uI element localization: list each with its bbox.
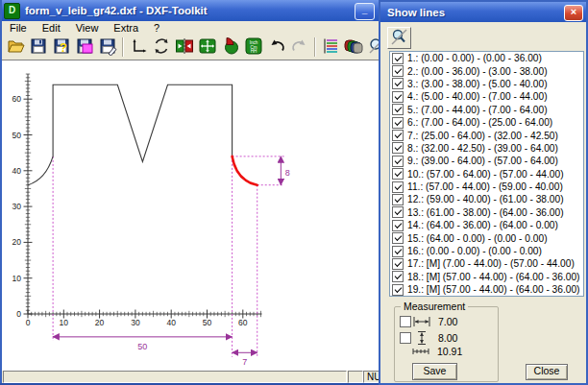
- line-checkbox[interactable]: [392, 91, 404, 103]
- save-pen-icon: [98, 36, 117, 58]
- units-button[interactable]: InchCmHH: [242, 36, 265, 59]
- minimize-button[interactable]: _: [355, 3, 375, 20]
- list-item[interactable]: 14.: (64.00 - 36.00) - (64.00 - 0.00): [390, 219, 583, 231]
- open-button[interactable]: [4, 36, 27, 59]
- line-checkbox[interactable]: [392, 246, 404, 257]
- list-item[interactable]: 19.: [M] (57.00 - 44.00) - (64.00 - 36.0…: [390, 283, 583, 296]
- list-item[interactable]: 3.: (3.00 - 38.00) - (5.00 - 40.00): [390, 78, 583, 90]
- mirror-horizontal-button[interactable]: [173, 36, 196, 59]
- line-label: 3.: (3.00 - 38.00) - (5.00 - 40.00): [407, 79, 548, 89]
- line-checkbox[interactable]: [392, 271, 404, 282]
- list-item[interactable]: 2.: (0.00 - 36.00) - (3.00 - 38.00): [390, 64, 583, 77]
- svg-text:40: 40: [12, 166, 22, 176]
- line-label: 13.: (61.00 - 38.00) - (64.00 - 36.00): [407, 207, 564, 218]
- axis-button[interactable]: [127, 36, 150, 59]
- line-checkbox[interactable]: [392, 284, 404, 296]
- menu-extra[interactable]: Extra: [106, 22, 146, 34]
- menu-edit[interactable]: Edit: [35, 22, 68, 34]
- save-edit-button[interactable]: [96, 36, 119, 59]
- height-measure-checkbox[interactable]: [400, 332, 411, 344]
- line-checkbox[interactable]: [392, 258, 404, 270]
- save-selection-button[interactable]: [73, 36, 96, 59]
- list-item[interactable]: 8.: (32.00 - 42.50) - (39.00 - 64.00): [390, 142, 583, 155]
- line-label: 17.: [M] (7.00 - 44.00) - (57.00 - 44.00…: [407, 258, 575, 269]
- svg-text:40: 40: [166, 318, 176, 327]
- line-checkbox[interactable]: [392, 65, 404, 77]
- menu-view[interactable]: View: [68, 22, 107, 34]
- measurement-row: 7.00: [400, 316, 457, 327]
- menu-help[interactable]: ?: [146, 22, 167, 34]
- pie-button[interactable]: [219, 36, 242, 59]
- save-icon: [29, 36, 48, 58]
- line-label: 9.: (39.00 - 64.00) - (57.00 - 64.00): [407, 156, 558, 166]
- list-item[interactable]: 17.: [M] (7.00 - 44.00) - (57.00 - 44.00…: [390, 257, 583, 270]
- svg-text:20: 20: [12, 237, 22, 247]
- redo-button[interactable]: [288, 36, 311, 59]
- svg-text:10: 10: [12, 274, 22, 283]
- lines-list[interactable]: 1.: (0.00 - 0.00) - (0.00 - 36.00)2.: (0…: [389, 51, 584, 297]
- line-checkbox[interactable]: [392, 232, 404, 244]
- save-button[interactable]: [27, 36, 50, 59]
- ruler-length-icon: [410, 348, 431, 355]
- pattern-outline: [28, 84, 233, 184]
- dialog-title: Show lines: [387, 7, 445, 18]
- line-checkbox[interactable]: [392, 156, 404, 167]
- list-item[interactable]: 6.: (7.00 - 64.00) - (25.00 - 64.00): [390, 116, 583, 129]
- measure-tool-button[interactable]: [387, 27, 411, 49]
- show-lines-button[interactable]: [319, 36, 342, 59]
- list-item[interactable]: 9.: (39.00 - 64.00) - (57.00 - 64.00): [390, 155, 583, 167]
- move-cross-icon: [198, 36, 217, 58]
- highlighted-line: [233, 156, 257, 185]
- width-measure-value: 7.00: [438, 316, 457, 327]
- list-item[interactable]: 7.: (25.00 - 64.00) - (32.00 - 42.50): [390, 129, 583, 141]
- list-item[interactable]: 5.: (7.00 - 44.00) - (7.00 - 64.00): [390, 104, 583, 116]
- show-lines-icon: [321, 36, 340, 58]
- line-label: 2.: (0.00 - 36.00) - (3.00 - 38.00): [407, 66, 548, 77]
- line-checkbox[interactable]: [392, 142, 404, 154]
- line-checkbox[interactable]: [392, 181, 404, 193]
- undo-button[interactable]: [265, 36, 288, 59]
- line-checkbox[interactable]: [392, 206, 404, 218]
- close-button[interactable]: Close: [526, 364, 568, 380]
- save-as-button[interactable]: ?: [50, 36, 73, 59]
- save-button[interactable]: Save: [412, 363, 457, 380]
- line-checkbox[interactable]: [392, 104, 404, 115]
- toolbar-separator: [314, 37, 316, 57]
- list-item[interactable]: 11.: (57.00 - 44.00) - (59.00 - 40.00): [390, 180, 583, 193]
- svg-text:0: 0: [26, 318, 31, 327]
- horizontal-extent-icon: [411, 316, 432, 327]
- list-item[interactable]: 10.: (57.00 - 64.00) - (57.00 - 44.00): [390, 168, 583, 180]
- layers-button[interactable]: [342, 36, 365, 59]
- line-checkbox[interactable]: [392, 78, 404, 89]
- line-checkbox[interactable]: [392, 168, 404, 180]
- line-checkbox[interactable]: [392, 220, 404, 231]
- menu-file[interactable]: File: [2, 22, 35, 34]
- status-message-pane: [3, 371, 347, 383]
- list-item[interactable]: 1.: (0.00 - 0.00) - (0.00 - 36.00): [390, 52, 583, 64]
- width-measure-checkbox[interactable]: [400, 316, 411, 327]
- list-item[interactable]: 13.: (61.00 - 38.00) - (64.00 - 36.00): [390, 206, 583, 219]
- list-item[interactable]: 12.: (59.00 - 40.00) - (61.00 - 38.00): [390, 193, 583, 205]
- move-button[interactable]: [196, 36, 219, 59]
- drawing-canvas[interactable]: 010203040506001020304050605078: [2, 60, 379, 372]
- list-item[interactable]: 16.: (0.00 - 0.00) - (0.00 - 0.00): [390, 245, 583, 257]
- redo-icon: [290, 36, 309, 58]
- vertical-ruler: 0102030405060: [12, 74, 33, 319]
- list-item[interactable]: 15.: (64.00 - 0.00) - (0.00 - 0.00): [390, 231, 583, 244]
- line-checkbox[interactable]: [392, 117, 404, 129]
- line-label: 8.: (32.00 - 42.50) - (39.00 - 64.00): [407, 143, 558, 154]
- dialog-close-button[interactable]: ×: [564, 5, 583, 21]
- list-item[interactable]: 4.: (5.00 - 40.00) - (7.00 - 44.00): [390, 90, 583, 103]
- line-label: 6.: (7.00 - 64.00) - (25.00 - 64.00): [407, 117, 552, 128]
- line-checkbox[interactable]: [392, 194, 404, 205]
- measurement-legend: Measurement: [401, 301, 468, 312]
- dialog-titlebar: Show lines: [380, 2, 586, 22]
- svg-text:50: 50: [12, 131, 22, 140]
- svg-text:60: 60: [238, 318, 248, 327]
- line-checkbox[interactable]: [392, 130, 404, 141]
- list-item[interactable]: 18.: [M] (57.00 - 44.00) - (64.00 - 36.0…: [390, 271, 583, 283]
- line-checkbox[interactable]: [392, 53, 404, 64]
- rotate-button[interactable]: [150, 36, 173, 59]
- svg-text:0: 0: [16, 309, 21, 319]
- line-label: 14.: (64.00 - 36.00) - (64.00 - 0.00): [407, 220, 558, 230]
